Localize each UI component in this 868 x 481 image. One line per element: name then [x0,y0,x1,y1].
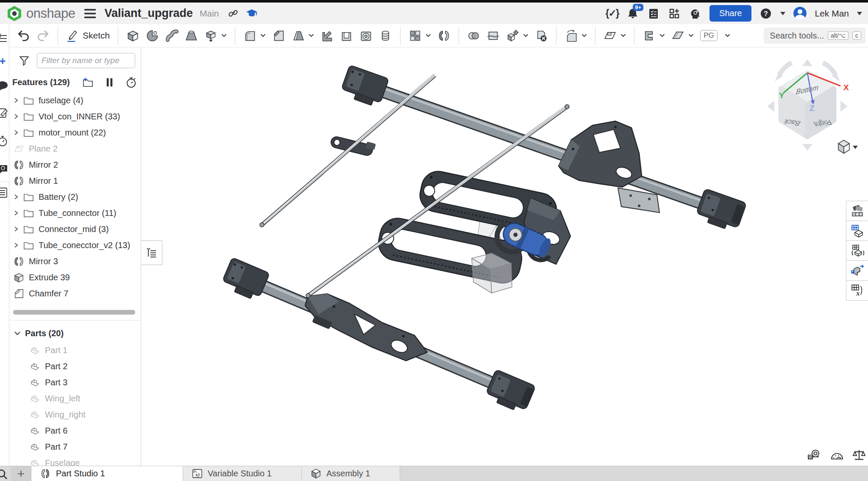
view-cube[interactable]: Bottom Back Right Y X Z [767,59,849,151]
frame-caret-icon[interactable] [659,34,665,38]
view-options-button[interactable] [838,140,858,153]
design-insights-icon[interactable] [689,7,701,20]
frame-icon[interactable] [643,29,656,42]
pattern-caret-icon[interactable] [426,34,431,38]
account-name[interactable]: Lek Man [815,8,849,19]
view-rotate-right-arrow[interactable] [840,101,848,112]
variables-button[interactable]: x [846,280,868,301]
part-row-part-2[interactable]: Part 2 [10,358,141,374]
configurations-button[interactable] [846,221,868,241]
sheet-metal-caret-icon[interactable] [688,34,694,38]
draft-caret-icon[interactable] [309,34,314,38]
tab-assembly-1[interactable]: Assembly 1 [302,466,400,481]
view-rotate-up-arrow[interactable] [802,59,812,66]
feature-row-mirror-3[interactable]: Mirror 3 [10,253,141,269]
boom-bracket-front[interactable] [559,121,659,213]
feature-row-plane-2[interactable]: Plane 2 [10,141,141,157]
expand-chevron-icon[interactable] [13,97,19,103]
sketch-button[interactable]: Sketch [66,29,110,42]
help-icon[interactable]: ? [760,7,772,20]
motor-mount-front-left[interactable] [339,65,389,108]
tape-measure-icon[interactable] [807,448,821,462]
add-studio-tab-button[interactable]: + [11,466,31,481]
history-stopwatch-icon[interactable] [0,135,8,147]
feature-row-chamfer-7[interactable]: Chamfer 7 [10,285,141,301]
workspace-label[interactable]: Main [200,8,219,19]
app-grid-icon[interactable] [668,7,681,20]
feature-list-toggle-icon[interactable] [0,33,8,44]
part-row-part-6[interactable]: Part 6 [10,423,141,439]
account-caret-icon[interactable] [857,12,862,15]
protractor-icon[interactable] [830,448,844,462]
sweep-icon[interactable] [165,29,178,42]
document-link-icon[interactable] [227,7,239,20]
boom-bracket-rear[interactable] [305,294,427,361]
plane-caret-icon[interactable] [620,34,626,38]
shell-icon[interactable] [340,29,353,42]
collapse-chevron-icon[interactable] [14,330,21,337]
feature-row-tube-connector-11[interactable]: Tube_connector (11) [10,205,141,221]
pg-custom-features-button[interactable]: PG [700,30,718,41]
view-rotate-down-arrow[interactable] [802,144,812,151]
notifications-bell-icon[interactable]: 9+ [626,7,639,20]
account-avatar[interactable] [793,7,807,20]
my-tasks-icon[interactable] [647,7,660,20]
chamfer-icon[interactable] [272,29,285,42]
named-views-button[interactable] [846,260,868,281]
thicken-icon[interactable] [204,29,217,42]
split-icon[interactable] [487,29,500,42]
feature-row-motor-mount-22[interactable]: motor_mount (22) [10,124,141,141]
comment-bubble-icon[interactable] [0,80,8,92]
view-rotate-left-arrow[interactable] [767,101,774,112]
undo-button[interactable] [17,29,30,42]
part-row-fuselage[interactable]: Fuselage [10,455,141,466]
create-folder-icon[interactable] [82,76,94,88]
help-caret-icon[interactable] [780,12,785,15]
filter-icon[interactable] [18,55,30,66]
modify-fillet-caret-icon[interactable] [581,34,587,38]
feature-tree-hscrollbar[interactable] [13,310,135,315]
main-menu-button[interactable] [84,9,96,18]
feature-row-fuselage-4[interactable]: fuselage (4) [10,92,141,108]
feature-row-tube-conecctor-v2-13[interactable]: Tube_conecctor_v2 (13) [10,237,141,253]
feature-row-mirror-2[interactable]: Mirror 2 [10,157,141,173]
rollback-stopwatch-icon[interactable] [125,76,137,88]
edit-document-icon[interactable] [0,107,8,119]
part-row-wing-right[interactable]: Wing_right [10,406,141,423]
document-list-icon[interactable] [0,187,8,199]
view-options-caret-icon[interactable] [853,146,858,149]
extrude-icon[interactable] [126,29,139,42]
parts-header[interactable]: Parts (20) [14,326,64,340]
expand-chevron-icon[interactable] [13,130,19,135]
suppress-pause-icon[interactable] [103,76,116,88]
redo-button[interactable] [36,29,50,42]
panel-collapse-flyout[interactable] [141,240,162,265]
motor-mount-rear-left[interactable] [220,257,270,302]
appearance-panel-button[interactable] [846,201,868,221]
part-row-part-7[interactable]: Part 7 [10,439,141,455]
loft-icon[interactable] [185,29,198,42]
featurescript-icon[interactable]: {✓} [606,7,618,20]
feature-row-extrude-39[interactable]: Extrude 39 [10,269,141,285]
linear-pattern-icon[interactable] [379,29,392,42]
tab-variable-studio-1[interactable]: Variable Studio 1 [183,466,302,481]
delete-part-icon[interactable] [535,29,548,42]
feature-row-battery-2[interactable]: Battery (2) [10,189,141,205]
learning-center-icon[interactable] [245,7,258,20]
pattern-icon[interactable] [409,29,422,42]
draft-icon[interactable] [292,29,305,42]
mass-properties-scale-icon[interactable] [852,448,866,462]
feature-row-vtol-con-inner-33[interactable]: Vtol_con_INNER (33) [10,108,141,124]
tab-part-studio-1[interactable]: Part Studio 1 [31,466,183,481]
thicken-caret-icon[interactable] [221,34,227,38]
filter-input[interactable] [37,53,135,68]
expand-chevron-icon[interactable] [13,194,19,200]
chat-assistant-icon[interactable] [0,163,8,175]
expand-chevron-icon[interactable] [13,113,19,119]
expand-chevron-icon[interactable] [13,242,19,248]
expand-chevron-icon[interactable] [13,226,19,232]
feature-row-connector-mid-3[interactable]: Connector_mid (3) [10,221,141,237]
part-row-wing-left[interactable]: Wing_left [10,390,141,406]
part-row-part-1[interactable]: Part 1 [10,342,141,358]
feature-row-mirror-1[interactable]: Mirror 1 [10,173,141,189]
